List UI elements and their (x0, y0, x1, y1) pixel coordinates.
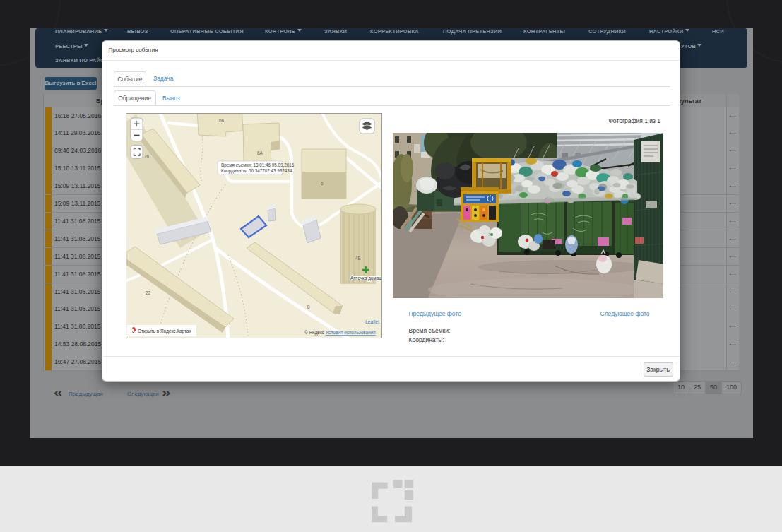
svg-text:26: 26 (144, 154, 150, 159)
svg-text:6: 6 (321, 181, 324, 186)
svg-text:Открыть в Яндекс.Картах: Открыть в Яндекс.Картах (138, 329, 191, 334)
svg-text:6А: 6А (257, 150, 263, 155)
svg-text:© Яндекс Условия использования: © Яндекс Условия использования (304, 330, 376, 336)
svg-text:4Б: 4Б (355, 256, 361, 261)
svg-text:Время съемки: 13:01:46 05.09.2: Время съемки: 13:01:46 05.09.2016 (221, 162, 295, 168)
svg-text:8: 8 (307, 305, 310, 309)
svg-text:Аптечка домашн: Аптечка домашн (350, 276, 381, 281)
svg-text:66: 66 (219, 118, 225, 123)
svg-text:Координаты: 56.347702 43.93243: Координаты: 56.347702 43.932434 (221, 168, 292, 174)
svg-text:Leaflet: Leaflet (365, 319, 379, 324)
svg-text:22: 22 (146, 290, 151, 295)
